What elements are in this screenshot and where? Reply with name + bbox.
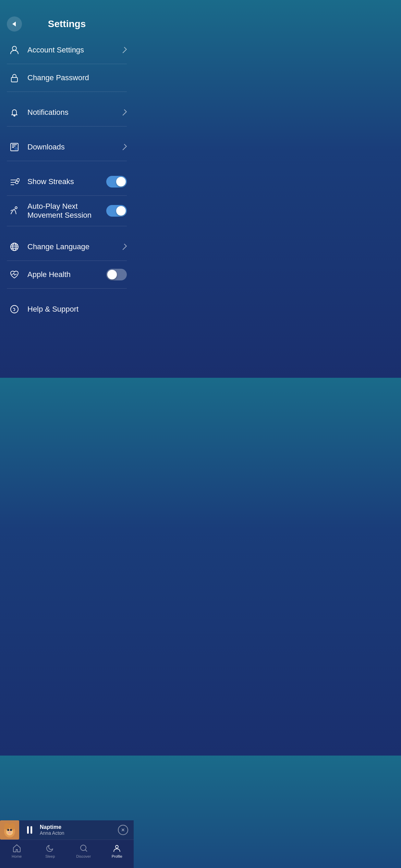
change-password-label: Change Password (27, 73, 127, 82)
help-support-label: Help & Support (27, 305, 127, 314)
apple-health-toggle[interactable] (106, 269, 127, 280)
heart-icon (7, 267, 22, 282)
svg-point-9 (15, 207, 17, 209)
account-icon (7, 43, 22, 58)
settings-item-password[interactable]: Change Password (7, 64, 127, 92)
movement-icon (7, 203, 22, 218)
toggle-thumb (107, 270, 117, 279)
toggle-thumb (116, 177, 126, 186)
settings-item-notifications[interactable]: Notifications (7, 99, 127, 126)
account-settings-label: Account Settings (27, 46, 122, 55)
settings-item-apple-health[interactable]: Apple Health (7, 261, 127, 289)
svg-point-8 (17, 179, 20, 181)
back-button[interactable] (7, 16, 22, 32)
settings-item-downloads[interactable]: Downloads (7, 133, 127, 161)
settings-item-streaks[interactable]: Show Streaks (7, 168, 127, 196)
streaks-icon (7, 174, 22, 189)
download-icon (7, 140, 22, 155)
svg-point-3 (14, 147, 18, 150)
svg-point-17 (14, 311, 15, 312)
lock-icon (7, 70, 22, 85)
show-streaks-label: Show Streaks (27, 177, 106, 186)
svg-line-10 (11, 210, 13, 211)
page-header: Settings (0, 15, 134, 36)
autoplay-label: Auto-Play Next Movement Session (27, 202, 106, 220)
help-icon (7, 302, 22, 317)
settings-list: Account Settings Change Password No (0, 36, 134, 323)
settings-item-language[interactable]: Change Language (7, 233, 127, 261)
notifications-label: Notifications (27, 108, 122, 117)
back-arrow-icon (12, 22, 16, 26)
change-language-label: Change Language (27, 242, 122, 251)
bell-icon (7, 105, 22, 120)
status-bar (0, 0, 134, 15)
svg-point-0 (12, 46, 16, 50)
page-title: Settings (48, 19, 86, 29)
settings-item-account[interactable]: Account Settings (7, 36, 127, 64)
toggle-thumb (116, 206, 126, 216)
show-streaks-toggle[interactable] (106, 176, 127, 188)
downloads-label: Downloads (27, 143, 122, 152)
settings-item-help[interactable]: Help & Support (7, 296, 127, 323)
svg-point-16 (11, 305, 18, 313)
settings-item-autoplay[interactable]: Auto-Play Next Movement Session (7, 196, 127, 226)
apple-health-label: Apple Health (27, 270, 106, 279)
svg-rect-1 (11, 77, 17, 82)
autoplay-toggle[interactable] (106, 205, 127, 217)
globe-icon (7, 239, 22, 254)
